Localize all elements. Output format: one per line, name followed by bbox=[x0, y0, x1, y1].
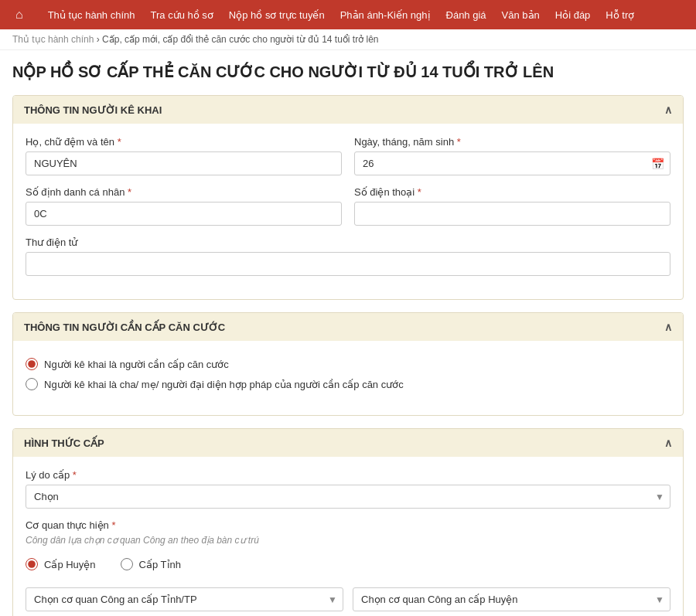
form-group-select-huyen: Chọn cơ quan Công an cấp Huyện ▼ bbox=[353, 587, 670, 611]
radio-item-cap-tinh[interactable]: Cấp Tỉnh bbox=[121, 558, 181, 570]
select-tinh[interactable]: Chọn cơ quan Công an cấp Tỉnh/TP bbox=[26, 587, 343, 611]
two-col-select-co-quan: Chọn cơ quan Công an cấp Tỉnh/TP ▼ Chọn … bbox=[26, 587, 670, 611]
nav-thu-tuc[interactable]: Thủ tục hành chính bbox=[40, 9, 143, 21]
label-full-name: Họ, chữ đệm và tên * bbox=[26, 136, 342, 148]
form-row-name-dob: Họ, chữ đệm và tên * Ngày, tháng, năm si… bbox=[26, 136, 670, 175]
section1-header[interactable]: THÔNG TIN NGƯỜI KÊ KHAI ∧ bbox=[13, 96, 683, 124]
input-dob[interactable] bbox=[354, 151, 670, 175]
nav-danh-gia[interactable]: Đánh giá bbox=[438, 9, 494, 21]
radio-cap-tinh[interactable] bbox=[121, 558, 133, 570]
form-group-select-tinh: Chọn cơ quan Công an cấp Tỉnh/TP ▼ bbox=[26, 587, 343, 611]
select-huyen[interactable]: Chọn cơ quan Công an cấp Huyện bbox=[353, 587, 670, 611]
radio-self[interactable] bbox=[26, 358, 38, 370]
home-icon[interactable]: ⌂ bbox=[8, 8, 31, 22]
required-marker-co-quan: * bbox=[111, 519, 115, 531]
select-wrap-ly-do: Chọn ▼ bbox=[26, 485, 670, 509]
breadcrumb-separator: › bbox=[97, 34, 102, 45]
required-marker-id: * bbox=[128, 186, 131, 198]
input-phone[interactable] bbox=[354, 202, 670, 226]
form-group-ly-do: Lý do cấp * Chọn ▼ bbox=[26, 469, 670, 509]
section2-header[interactable]: THÔNG TIN NGƯỜI CẦN CẤP CĂN CƯỚC ∧ bbox=[13, 313, 683, 341]
form-group-phone: Số điện thoại * bbox=[354, 186, 670, 226]
form-group-email: Thư điện tử bbox=[26, 237, 670, 276]
section2-body: Người kê khai là người cần cấp căn cước … bbox=[13, 341, 683, 415]
radio-group-identity: Người kê khai là người cần cấp căn cước … bbox=[26, 353, 670, 403]
section3-body: Lý do cấp * Chọn ▼ Cơ quan thực hiện * C… bbox=[13, 457, 683, 616]
label-ly-do: Lý do cấp * bbox=[26, 469, 670, 481]
form-group-id: Số định danh cá nhân * bbox=[26, 186, 342, 226]
input-full-name[interactable] bbox=[26, 151, 342, 175]
nav-phan-anh[interactable]: Phản ánh-Kiến nghị bbox=[333, 9, 438, 21]
breadcrumb: Thủ tục hành chính › Cấp, cấp mới, cấp đ… bbox=[0, 29, 696, 50]
label-id-number: Số định danh cá nhân * bbox=[26, 186, 342, 198]
nav-ho-tro[interactable]: Hỗ trợ bbox=[598, 9, 642, 21]
main-content: NỘP HỒ SƠ CẤP THẺ CĂN CƯỚC CHO NGƯỜI TỪ … bbox=[0, 50, 696, 616]
breadcrumb-root[interactable]: Thủ tục hành chính bbox=[12, 34, 94, 45]
select-wrap-huyen: Chọn cơ quan Công an cấp Huyện ▼ bbox=[353, 587, 670, 611]
form-group-dob: Ngày, tháng, năm sinh * 📅 bbox=[354, 136, 670, 175]
section2-chevron-icon: ∧ bbox=[664, 321, 672, 333]
level-radio-row: Cấp Huyện Cấp Tỉnh bbox=[26, 558, 670, 578]
date-input-wrap: 📅 bbox=[354, 151, 670, 175]
form-group-co-quan: Cơ quan thực hiện * Công dân lựa chọn cơ… bbox=[26, 519, 670, 552]
radio-cap-tinh-label: Cấp Tỉnh bbox=[139, 559, 181, 570]
input-email[interactable] bbox=[26, 252, 670, 276]
required-marker-ly-do: * bbox=[73, 469, 77, 481]
radio-cap-huyen[interactable] bbox=[26, 558, 38, 570]
nav-nop-ho-so[interactable]: Nộp hồ sơ trực tuyến bbox=[221, 9, 333, 21]
section2-title: THÔNG TIN NGƯỜI CẦN CẤP CĂN CƯỚC bbox=[24, 322, 225, 333]
form-row-id-phone: Số định danh cá nhân * Số điện thoại * bbox=[26, 186, 670, 226]
radio-self-label: Người kê khai là người cần cấp căn cước bbox=[44, 359, 229, 370]
radio-guardian[interactable] bbox=[26, 378, 38, 390]
form-row-email: Thư điện tử bbox=[26, 237, 670, 276]
label-dob: Ngày, tháng, năm sinh * bbox=[354, 136, 670, 148]
nav-van-ban[interactable]: Văn bản bbox=[494, 9, 548, 21]
section-nguoi-ke-khai: THÔNG TIN NGƯỜI KÊ KHAI ∧ Họ, chữ đệm và… bbox=[12, 95, 684, 300]
helper-text-co-quan: Công dân lựa chọn cơ quan Công an theo đ… bbox=[26, 535, 670, 546]
input-id-number[interactable] bbox=[26, 202, 342, 226]
select-ly-do[interactable]: Chọn bbox=[26, 485, 670, 509]
label-email: Thư điện tử bbox=[26, 237, 670, 248]
top-navigation: ⌂ Thủ tục hành chính Tra cứu hồ sơ Nộp h… bbox=[0, 0, 696, 29]
nav-hoi-dap[interactable]: Hỏi đáp bbox=[548, 9, 599, 21]
section-nguoi-can-cap: THÔNG TIN NGƯỜI CẦN CẤP CĂN CƯỚC ∧ Người… bbox=[12, 312, 684, 416]
required-marker: * bbox=[118, 136, 121, 148]
nav-tra-cuu[interactable]: Tra cứu hồ sơ bbox=[143, 9, 221, 21]
select-wrap-tinh: Chọn cơ quan Công an cấp Tỉnh/TP ▼ bbox=[26, 587, 343, 611]
form-group-name: Họ, chữ đệm và tên * bbox=[26, 136, 342, 175]
section1-chevron-icon: ∧ bbox=[664, 104, 672, 116]
section3-title: HÌNH THỨC CẤP bbox=[24, 437, 104, 449]
radio-item-self[interactable]: Người kê khai là người cần cấp căn cước bbox=[26, 358, 670, 370]
radio-guardian-label: Người kê khai là cha/ mẹ/ người đại diện… bbox=[44, 379, 404, 390]
required-marker-dob: * bbox=[457, 136, 461, 148]
radio-item-cap-huyen[interactable]: Cấp Huyện bbox=[26, 558, 96, 570]
radio-cap-huyen-label: Cấp Huyện bbox=[44, 559, 96, 570]
section1-body: Họ, chữ đệm và tên * Ngày, tháng, năm si… bbox=[13, 124, 683, 299]
section3-header[interactable]: HÌNH THỨC CẤP ∧ bbox=[13, 429, 683, 457]
radio-item-guardian[interactable]: Người kê khai là cha/ mẹ/ người đại diện… bbox=[26, 378, 670, 390]
required-marker-phone: * bbox=[418, 186, 421, 198]
section1-title: THÔNG TIN NGƯỜI KÊ KHAI bbox=[24, 104, 162, 116]
section-hinh-thuc: HÌNH THỨC CẤP ∧ Lý do cấp * Chọn ▼ bbox=[12, 428, 684, 616]
page-title: NỘP HỒ SƠ CẤP THẺ CĂN CƯỚC CHO NGƯỜI TỪ … bbox=[12, 63, 684, 81]
breadcrumb-current: Cấp, cấp mới, cấp đổi thẻ căn cước cho n… bbox=[102, 34, 378, 45]
label-phone: Số điện thoại * bbox=[354, 186, 670, 198]
section3-chevron-icon: ∧ bbox=[664, 437, 672, 449]
label-co-quan: Cơ quan thực hiện * bbox=[26, 519, 670, 531]
